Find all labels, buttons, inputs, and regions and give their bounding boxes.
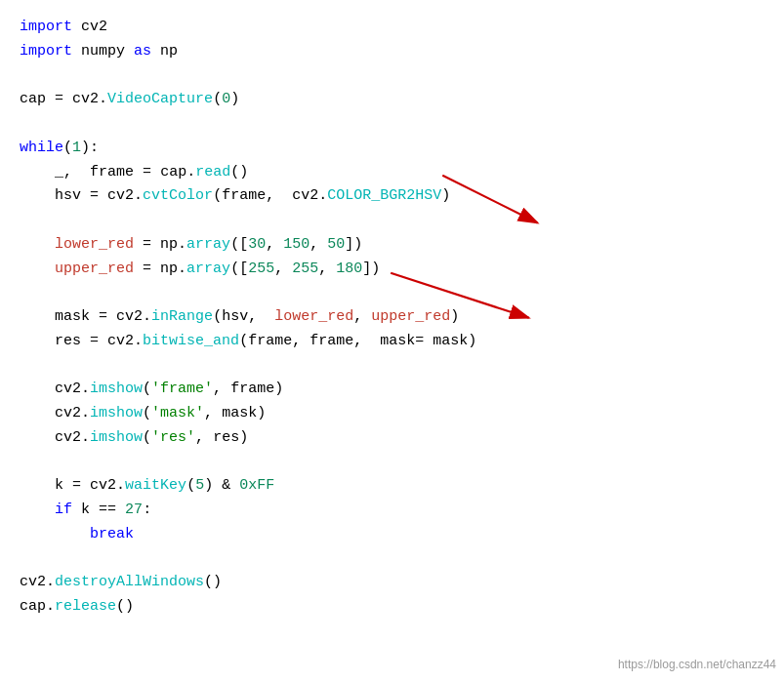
- code-block: import cv2 import numpy as np cap = cv2.…: [20, 16, 764, 620]
- code-line-9: [20, 209, 764, 233]
- code-line-20: k = cv2.waitKey(5) & 0xFF: [20, 474, 764, 499]
- watermark: https://blog.csdn.net/chanzz44: [618, 656, 776, 674]
- code-line-22: break: [20, 523, 764, 547]
- code-line-10: lower_red = np.array([30, 150, 50]): [20, 233, 764, 258]
- code-line-7: _, frame = cap.read(): [20, 161, 764, 185]
- code-line-4: cap = cv2.VideoCapture(0): [20, 88, 764, 112]
- code-line-17: cv2.imshow('mask', mask): [20, 402, 764, 426]
- code-line-1: import cv2: [20, 16, 764, 40]
- code-line-16: cv2.imshow('frame', frame): [20, 378, 764, 402]
- code-line-13: mask = cv2.inRange(hsv, lower_red, upper…: [20, 305, 764, 330]
- code-line-3: [20, 64, 764, 89]
- code-line-6: while(1):: [20, 137, 764, 161]
- code-line-5: [20, 112, 764, 137]
- code-line-21: if k == 27:: [20, 499, 764, 523]
- code-line-24: cv2.destroyAllWindows(): [20, 571, 764, 595]
- code-line-14: res = cv2.bitwise_and(frame, frame, mask…: [20, 330, 764, 354]
- code-line-23: [20, 547, 764, 572]
- code-line-8: hsv = cv2.cvtColor(frame, cv2.COLOR_BGR2…: [20, 184, 764, 209]
- code-line-2: import numpy as np: [20, 40, 764, 64]
- code-line-19: [20, 451, 764, 475]
- code-line-15: [20, 354, 764, 379]
- code-line-25: cap.release(): [20, 595, 764, 620]
- code-line-12: [20, 281, 764, 305]
- code-line-11: upper_red = np.array([255, 255, 180]): [20, 258, 764, 282]
- code-line-18: cv2.imshow('res', res): [20, 426, 764, 451]
